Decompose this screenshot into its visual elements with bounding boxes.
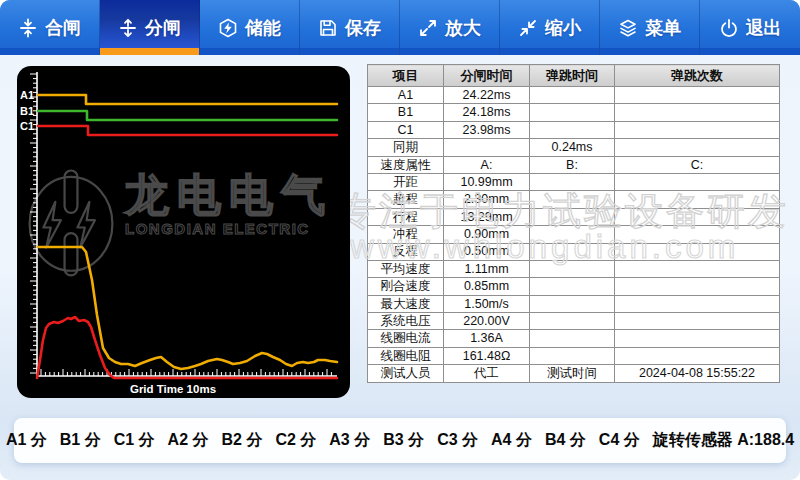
tab-label: 分闸 [145,16,181,40]
waveform-chart: 龙电电气 LONGDIAN ELECTRIC A1B1C1Grid Time 1… [17,66,350,398]
table-cell [615,313,780,330]
table-cell: A: [444,156,530,173]
tab-label: 退出 [746,16,782,40]
table-cell: 最大速度 [368,295,444,312]
table-cell [530,226,615,243]
table-row: 平均速度1.11mm [368,260,780,277]
table-cell [615,347,780,364]
table-row: 开距10.99mm [368,173,780,190]
zoom-in-icon [418,18,438,38]
table-cell: B1 [368,104,444,121]
top-nav-bar: 合闸 分闸 储能 保存 放大 [0,0,800,55]
tab-label: 缩小 [545,16,581,40]
tab-close-switch[interactable]: 合闸 [0,0,100,55]
phase-status: B2 分 [222,430,263,451]
table-row: 线圈电流1.36A [368,330,780,347]
tab-menu[interactable]: 菜单 [600,0,700,55]
table-cell [530,260,615,277]
table-row: 系统电压220.00V [368,313,780,330]
table-cell: 线圈电阻 [368,347,444,364]
tab-open-switch[interactable]: 分闸 [100,0,200,55]
phase-status: C1 分 [114,430,155,451]
table-cell [530,313,615,330]
table-row: 行程13.29mm [368,208,780,225]
table-cell: 反程 [368,243,444,260]
table-cell: 行程 [368,208,444,225]
table-cell: 220.00V [444,313,530,330]
table-row: 刚合速度0.85mm [368,278,780,295]
tab-zoom-in[interactable]: 放大 [400,0,500,55]
zoom-out-icon [518,18,538,38]
phase-status: B1 分 [60,430,101,451]
table-cell [615,104,780,121]
phase-status: C2 分 [275,430,316,451]
table-cell [615,226,780,243]
phase-status: A3 分 [329,430,370,451]
close-switch-icon [18,18,38,38]
table-cell: C: [615,156,780,173]
grid-time-label: Grid Time 10ms [130,383,216,395]
table-cell [530,278,615,295]
table-row: C123.98ms [368,121,780,138]
tab-energy-storage[interactable]: 储能 [200,0,300,55]
phase-status-bar: A1 分B1 分C1 分A2 分B2 分C2 分A3 分B3 分C3 分A4 分… [14,418,786,463]
table-cell: 1.11mm [444,260,530,277]
device-screen: 合闸 分闸 储能 保存 放大 [0,0,800,480]
table-row: 最大速度1.50m/s [368,295,780,312]
travel-curve [38,247,337,369]
table-cell: 同期 [368,139,444,156]
table-row: 冲程0.90mm [368,226,780,243]
channel-label: B1 [20,105,34,117]
table-cell: 开距 [368,173,444,190]
table-cell [444,139,530,156]
table-row: 反程0.50mm [368,243,780,260]
table-row: B124.18ms [368,104,780,121]
tab-label: 放大 [445,16,481,40]
table-cell [530,87,615,104]
table-header-row: 项目分闸时间弹跳时间弹跳次数 [368,65,780,87]
table-cell [615,330,780,347]
menu-icon [618,18,638,38]
phase-status: C4 分 [599,430,640,451]
phase-status: B4 分 [545,430,586,451]
table-cell [615,139,780,156]
table-cell [530,104,615,121]
table-cell: 10.99mm [444,173,530,190]
column-header: 弹跳时间 [530,65,615,87]
tab-save[interactable]: 保存 [300,0,400,55]
table-cell [530,243,615,260]
phase-status: C3 分 [437,430,478,451]
column-header: 分闸时间 [444,65,530,87]
tab-label: 保存 [345,16,381,40]
table-cell: 系统电压 [368,313,444,330]
table-cell: 平均速度 [368,260,444,277]
table-cell [530,208,615,225]
table-cell: 测试时间 [530,365,615,382]
C1-state [38,126,337,135]
table-cell: 代工 [444,365,530,382]
table-row: 线圈电阻161.48Ω [368,347,780,364]
exit-icon [719,18,739,38]
table-cell [615,278,780,295]
table-cell [530,173,615,190]
table-cell: 2.30mm [444,191,530,208]
table-cell [615,191,780,208]
table-cell [530,347,615,364]
phase-status: A1 分 [6,430,47,451]
column-header: 弹跳次数 [615,65,780,87]
phase-status: A2 分 [168,430,209,451]
table-cell [615,260,780,277]
tab-zoom-out[interactable]: 缩小 [500,0,600,55]
table-row: 超程2.30mm [368,191,780,208]
open-switch-icon [118,18,138,38]
table-cell [615,243,780,260]
table-row: 速度属性A:B:C: [368,156,780,173]
tab-exit[interactable]: 退出 [700,0,800,55]
table-cell: 0.50mm [444,243,530,260]
tab-label: 合闸 [45,16,81,40]
table-cell [530,191,615,208]
table-cell: 2024-04-08 15:55:22 [615,365,780,382]
table-cell: 0.85mm [444,278,530,295]
table-cell: C1 [368,121,444,138]
table-cell: 24.18ms [444,104,530,121]
